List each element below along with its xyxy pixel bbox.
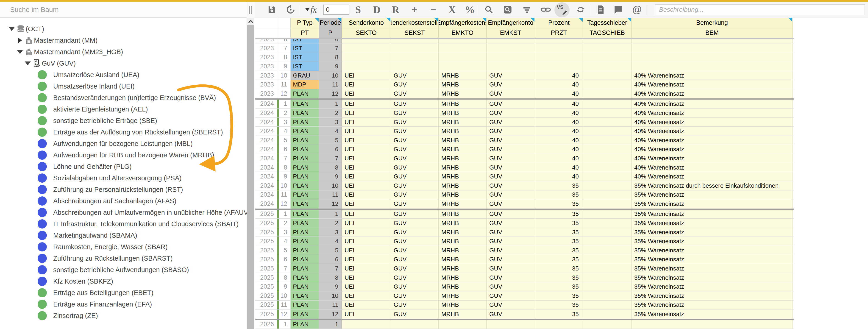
cell-period-index[interactable]: 9 xyxy=(277,62,291,71)
tree-item[interactable]: Marketingaufwand (SBAMA) xyxy=(0,230,247,241)
column-code-tagschieb[interactable]: TAGSCHIEB xyxy=(583,28,631,38)
cell-ptyp[interactable]: PLAN xyxy=(291,145,319,154)
column-code-p[interactable]: P xyxy=(319,28,342,38)
cell-bemerkung[interactable] xyxy=(631,44,793,53)
cell-bemerkung[interactable]: 35% Wareneinsatz xyxy=(631,273,793,282)
cell-periode[interactable]: 1 xyxy=(319,99,342,109)
cell-senderkostenstelle[interactable] xyxy=(391,62,439,71)
cell-empfaengerkonto[interactable] xyxy=(487,44,535,53)
cell-empfaengerkonto[interactable] xyxy=(487,320,535,329)
cell-empfaengerkonto[interactable]: GUV xyxy=(487,282,535,291)
cell-year[interactable]: 2024 xyxy=(255,181,277,190)
cell-tagesschieber[interactable] xyxy=(583,163,631,172)
cell-year[interactable]: 2025 xyxy=(255,255,277,264)
cell-tagesschieber[interactable] xyxy=(583,80,631,89)
cell-senderkostenstelle[interactable]: GUV xyxy=(391,163,439,172)
cell-bemerkung[interactable]: 40% Wareneinsatz xyxy=(631,172,793,181)
cell-senderkostenstelle[interactable] xyxy=(391,320,439,329)
cell-senderkonto[interactable]: UEI xyxy=(342,172,391,181)
search-button[interactable] xyxy=(483,2,494,18)
cell-empfaengerkostenstelle[interactable]: MRHB xyxy=(439,282,487,291)
cell-period-index[interactable]: 8 xyxy=(277,273,291,282)
cell-empfaengerkostenstelle[interactable]: MRHB xyxy=(439,109,487,117)
cell-periode[interactable]: 7 xyxy=(319,264,342,273)
cell-senderkonto[interactable]: UEI xyxy=(342,282,391,291)
cell-empfaengerkostenstelle[interactable]: MRHB xyxy=(439,199,487,209)
swap-button[interactable] xyxy=(575,2,587,18)
cell-senderkonto[interactable]: UEI xyxy=(342,309,391,319)
cell-periode[interactable]: 8 xyxy=(319,163,342,172)
filter-button[interactable] xyxy=(521,2,532,18)
cell-prozent[interactable]: 35 xyxy=(535,264,583,273)
cell-prozent[interactable]: 35 xyxy=(535,181,583,190)
cell-empfaengerkonto[interactable]: GUV xyxy=(487,219,535,228)
cell-year[interactable]: 2023 xyxy=(255,80,277,89)
cell-period-index[interactable]: 7 xyxy=(277,264,291,273)
subtract-button[interactable]: − xyxy=(428,2,438,18)
cell-bemerkung[interactable]: 35% Wareneinsatz xyxy=(631,255,793,264)
save-button[interactable] xyxy=(266,2,277,18)
cell-prozent[interactable] xyxy=(535,53,583,62)
cell-bemerkung[interactable]: 35% Wareneinsatz durch bessere Einkaufsk… xyxy=(631,181,793,190)
cell-year[interactable]: 2023 xyxy=(255,39,277,44)
cell-ptyp[interactable]: IST xyxy=(291,44,319,53)
cell-senderkonto[interactable]: UEI xyxy=(342,181,391,190)
cell-empfaengerkostenstelle[interactable]: MRHB xyxy=(439,228,487,237)
cell-empfaengerkonto[interactable]: GUV xyxy=(487,255,535,264)
cell-ptyp[interactable]: GRAU xyxy=(291,71,319,80)
cell-bemerkung[interactable] xyxy=(631,53,793,62)
tree-item[interactable]: Abschreibungen auf Umlaufvermögen in unü… xyxy=(0,207,247,218)
cell-empfaengerkostenstelle[interactable]: MRHB xyxy=(439,181,487,190)
cell-tagesschieber[interactable] xyxy=(583,53,631,62)
cell-prozent[interactable]: 40 xyxy=(535,109,583,117)
cell-prozent[interactable]: 35 xyxy=(535,237,583,246)
cell-senderkostenstelle[interactable]: GUV xyxy=(391,228,439,237)
cell-prozent[interactable]: 40 xyxy=(535,80,583,89)
cell-senderkostenstelle[interactable]: GUV xyxy=(391,210,439,219)
number-input[interactable] xyxy=(323,5,349,15)
cell-empfaengerkonto[interactable]: GUV xyxy=(487,309,535,319)
cell-ptyp[interactable]: PLAN xyxy=(291,291,319,300)
tree-item[interactable]: sonstige betriebliche Aufwendungen (SBAS… xyxy=(0,264,247,275)
cell-empfaengerkonto[interactable]: GUV xyxy=(487,99,535,109)
cell-period-index[interactable]: 6 xyxy=(277,255,291,264)
cell-bemerkung[interactable]: 35% Wareneinsatz xyxy=(631,199,793,209)
cell-tagesschieber[interactable] xyxy=(583,264,631,273)
cell-ptyp[interactable]: PLAN xyxy=(291,190,319,199)
cell-senderkostenstelle[interactable]: GUV xyxy=(391,301,439,309)
cell-prozent[interactable]: 40 xyxy=(535,136,583,145)
cell-tagesschieber[interactable] xyxy=(583,255,631,264)
cell-periode[interactable]: 4 xyxy=(319,127,342,136)
tree-item[interactable]: Abschreibungen auf Sachanlagen (AFAS) xyxy=(0,195,247,207)
cell-year[interactable]: 2023 xyxy=(255,44,277,53)
cell-tagesschieber[interactable] xyxy=(583,99,631,109)
cell-empfaengerkonto[interactable]: GUV xyxy=(487,89,535,98)
cell-bemerkung[interactable] xyxy=(631,62,793,71)
cell-period-index[interactable]: 2 xyxy=(277,219,291,228)
tree-item[interactable]: Zuführung zu Personalrückstellungen (RST… xyxy=(0,184,247,195)
cell-year[interactable]: 2023 xyxy=(255,62,277,71)
cell-period-index[interactable]: 5 xyxy=(277,136,291,145)
cell-tagesschieber[interactable] xyxy=(583,127,631,136)
cell-bemerkung[interactable]: 35% Wareneinsatz xyxy=(631,190,793,199)
column-code-bem[interactable]: BEM xyxy=(631,28,793,38)
cell-senderkonto[interactable]: UEI xyxy=(342,237,391,246)
cell-empfaengerkonto[interactable]: GUV xyxy=(487,301,535,309)
cell-senderkostenstelle[interactable]: GUV xyxy=(391,89,439,98)
cell-tagesschieber[interactable] xyxy=(583,210,631,219)
cell-bemerkung[interactable]: 35% Wareneinsatz xyxy=(631,264,793,273)
cell-empfaengerkostenstelle[interactable]: MRHB xyxy=(439,264,487,273)
cell-senderkostenstelle[interactable]: GUV xyxy=(391,71,439,80)
cell-empfaengerkonto[interactable]: GUV xyxy=(487,291,535,300)
cell-prozent[interactable]: 40 xyxy=(535,99,583,109)
cell-senderkonto[interactable]: UEI xyxy=(342,264,391,273)
cell-prozent[interactable]: 40 xyxy=(535,71,583,80)
cell-prozent[interactable]: 35 xyxy=(535,199,583,209)
cell-periode[interactable]: 7 xyxy=(319,154,342,163)
cell-ptyp[interactable]: PLAN xyxy=(291,127,319,136)
cell-senderkostenstelle[interactable] xyxy=(391,39,439,44)
cell-bemerkung[interactable]: 40% Wareneinsatz xyxy=(631,89,793,98)
cell-senderkostenstelle[interactable]: GUV xyxy=(391,145,439,154)
cell-periode[interactable]: 12 xyxy=(319,89,342,98)
cell-senderkonto[interactable]: UEI xyxy=(342,118,391,127)
